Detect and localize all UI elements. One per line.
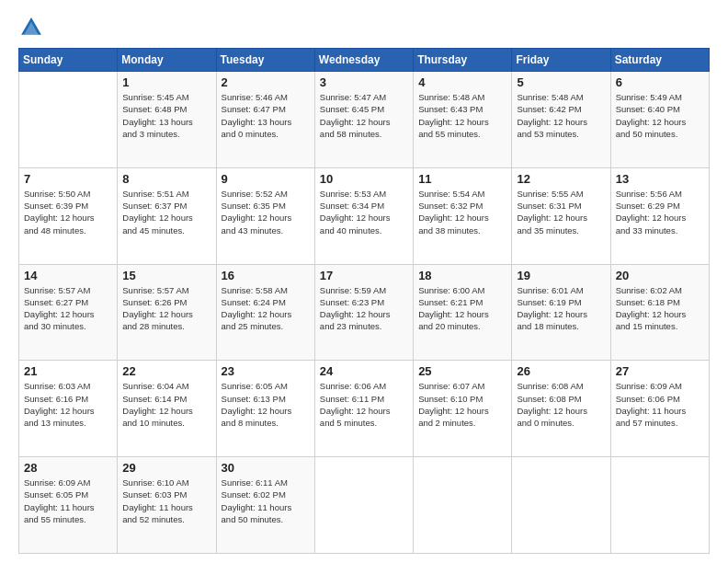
calendar-week-3: 21Sunrise: 6:03 AM Sunset: 6:16 PM Dayli… xyxy=(19,361,710,457)
day-info: Sunrise: 5:49 AM Sunset: 6:40 PM Dayligh… xyxy=(616,91,704,140)
calendar-week-4: 28Sunrise: 6:09 AM Sunset: 6:05 PM Dayli… xyxy=(19,457,710,554)
calendar-cell: 11Sunrise: 5:54 AM Sunset: 6:32 PM Dayli… xyxy=(414,167,512,264)
calendar-table: SundayMondayTuesdayWednesdayThursdayFrid… xyxy=(18,48,710,554)
day-number: 3 xyxy=(320,75,408,89)
day-info: Sunrise: 5:47 AM Sunset: 6:45 PM Dayligh… xyxy=(320,91,408,140)
day-info: Sunrise: 5:55 AM Sunset: 6:31 PM Dayligh… xyxy=(517,188,605,236)
day-info: Sunrise: 6:08 AM Sunset: 6:08 PM Dayligh… xyxy=(517,380,605,429)
calendar-cell: 21Sunrise: 6:03 AM Sunset: 6:16 PM Dayli… xyxy=(19,361,118,457)
weekday-header-tuesday: Tuesday xyxy=(216,49,314,72)
calendar-cell: 30Sunrise: 6:11 AM Sunset: 6:02 PM Dayli… xyxy=(216,457,314,554)
day-info: Sunrise: 5:56 AM Sunset: 6:29 PM Dayligh… xyxy=(616,188,704,236)
day-number: 8 xyxy=(122,172,210,186)
weekday-header-saturday: Saturday xyxy=(610,49,709,72)
day-number: 24 xyxy=(320,364,408,378)
day-info: Sunrise: 6:01 AM Sunset: 6:19 PM Dayligh… xyxy=(517,284,605,333)
calendar-cell: 19Sunrise: 6:01 AM Sunset: 6:19 PM Dayli… xyxy=(512,264,610,361)
day-info: Sunrise: 6:04 AM Sunset: 6:14 PM Dayligh… xyxy=(122,380,210,429)
calendar-cell: 2Sunrise: 5:46 AM Sunset: 6:47 PM Daylig… xyxy=(216,72,314,168)
day-info: Sunrise: 5:48 AM Sunset: 6:43 PM Dayligh… xyxy=(418,91,506,140)
calendar-cell: 12Sunrise: 5:55 AM Sunset: 6:31 PM Dayli… xyxy=(512,167,610,264)
day-number: 16 xyxy=(222,269,310,282)
weekday-header-friday: Friday xyxy=(512,49,610,72)
logo-icon xyxy=(18,15,44,40)
calendar-cell: 25Sunrise: 6:07 AM Sunset: 6:10 PM Dayli… xyxy=(414,361,512,457)
weekday-header-row: SundayMondayTuesdayWednesdayThursdayFrid… xyxy=(19,49,710,72)
day-info: Sunrise: 6:10 AM Sunset: 6:03 PM Dayligh… xyxy=(122,477,210,525)
day-info: Sunrise: 6:02 AM Sunset: 6:18 PM Dayligh… xyxy=(616,284,704,333)
weekday-header-wednesday: Wednesday xyxy=(314,49,413,72)
day-number: 2 xyxy=(222,75,310,89)
weekday-header-sunday: Sunday xyxy=(19,49,118,72)
day-number: 10 xyxy=(320,172,408,186)
calendar-week-2: 14Sunrise: 5:57 AM Sunset: 6:27 PM Dayli… xyxy=(19,264,710,361)
day-number: 18 xyxy=(418,269,506,282)
calendar-cell xyxy=(314,457,413,554)
day-info: Sunrise: 5:57 AM Sunset: 6:27 PM Dayligh… xyxy=(24,284,112,333)
day-info: Sunrise: 6:07 AM Sunset: 6:10 PM Dayligh… xyxy=(418,380,506,429)
calendar-week-0: 1Sunrise: 5:45 AM Sunset: 6:48 PM Daylig… xyxy=(19,72,710,168)
day-info: Sunrise: 5:54 AM Sunset: 6:32 PM Dayligh… xyxy=(418,188,506,236)
calendar-cell: 10Sunrise: 5:53 AM Sunset: 6:34 PM Dayli… xyxy=(314,167,413,264)
weekday-header-monday: Monday xyxy=(118,49,216,72)
day-number: 21 xyxy=(24,364,112,378)
day-number: 28 xyxy=(24,461,112,475)
day-info: Sunrise: 5:48 AM Sunset: 6:42 PM Dayligh… xyxy=(517,91,605,140)
day-number: 7 xyxy=(24,172,112,186)
logo xyxy=(18,15,48,40)
day-info: Sunrise: 6:03 AM Sunset: 6:16 PM Dayligh… xyxy=(24,380,112,429)
calendar-cell: 29Sunrise: 6:10 AM Sunset: 6:03 PM Dayli… xyxy=(118,457,216,554)
calendar-cell: 3Sunrise: 5:47 AM Sunset: 6:45 PM Daylig… xyxy=(314,72,413,168)
calendar-cell: 15Sunrise: 5:57 AM Sunset: 6:26 PM Dayli… xyxy=(118,264,216,361)
weekday-header-thursday: Thursday xyxy=(414,49,512,72)
calendar-cell: 18Sunrise: 6:00 AM Sunset: 6:21 PM Dayli… xyxy=(414,264,512,361)
day-number: 15 xyxy=(122,269,210,282)
calendar-cell: 22Sunrise: 6:04 AM Sunset: 6:14 PM Dayli… xyxy=(118,361,216,457)
day-number: 1 xyxy=(122,75,210,89)
calendar-cell: 17Sunrise: 5:59 AM Sunset: 6:23 PM Dayli… xyxy=(314,264,413,361)
calendar-cell xyxy=(19,72,118,168)
calendar-cell xyxy=(610,457,709,554)
day-info: Sunrise: 6:09 AM Sunset: 6:06 PM Dayligh… xyxy=(616,380,704,429)
day-number: 25 xyxy=(418,364,506,378)
day-number: 27 xyxy=(616,364,704,378)
calendar-cell: 7Sunrise: 5:50 AM Sunset: 6:39 PM Daylig… xyxy=(19,167,118,264)
day-info: Sunrise: 6:00 AM Sunset: 6:21 PM Dayligh… xyxy=(418,284,506,333)
calendar-cell: 24Sunrise: 6:06 AM Sunset: 6:11 PM Dayli… xyxy=(314,361,413,457)
page: SundayMondayTuesdayWednesdayThursdayFrid… xyxy=(0,0,728,563)
day-number: 13 xyxy=(616,172,704,186)
calendar-cell: 5Sunrise: 5:48 AM Sunset: 6:42 PM Daylig… xyxy=(512,72,610,168)
day-info: Sunrise: 6:06 AM Sunset: 6:11 PM Dayligh… xyxy=(320,380,408,429)
day-number: 14 xyxy=(24,269,112,282)
day-info: Sunrise: 6:05 AM Sunset: 6:13 PM Dayligh… xyxy=(222,380,310,429)
calendar-cell: 6Sunrise: 5:49 AM Sunset: 6:40 PM Daylig… xyxy=(610,72,709,168)
day-info: Sunrise: 5:50 AM Sunset: 6:39 PM Dayligh… xyxy=(24,188,112,236)
calendar-cell: 23Sunrise: 6:05 AM Sunset: 6:13 PM Dayli… xyxy=(216,361,314,457)
day-number: 11 xyxy=(418,172,506,186)
day-number: 30 xyxy=(222,461,310,475)
day-info: Sunrise: 5:58 AM Sunset: 6:24 PM Dayligh… xyxy=(222,284,310,333)
day-number: 20 xyxy=(616,269,704,282)
calendar-cell: 9Sunrise: 5:52 AM Sunset: 6:35 PM Daylig… xyxy=(216,167,314,264)
calendar-week-1: 7Sunrise: 5:50 AM Sunset: 6:39 PM Daylig… xyxy=(19,167,710,264)
day-info: Sunrise: 6:09 AM Sunset: 6:05 PM Dayligh… xyxy=(24,477,112,525)
calendar-cell: 14Sunrise: 5:57 AM Sunset: 6:27 PM Dayli… xyxy=(19,264,118,361)
day-info: Sunrise: 5:57 AM Sunset: 6:26 PM Dayligh… xyxy=(122,284,210,333)
day-number: 23 xyxy=(222,364,310,378)
calendar-cell: 8Sunrise: 5:51 AM Sunset: 6:37 PM Daylig… xyxy=(118,167,216,264)
day-number: 19 xyxy=(517,269,605,282)
day-info: Sunrise: 6:11 AM Sunset: 6:02 PM Dayligh… xyxy=(222,477,310,525)
day-info: Sunrise: 5:59 AM Sunset: 6:23 PM Dayligh… xyxy=(320,284,408,333)
calendar-cell: 28Sunrise: 6:09 AM Sunset: 6:05 PM Dayli… xyxy=(19,457,118,554)
calendar-cell xyxy=(414,457,512,554)
day-number: 29 xyxy=(122,461,210,475)
calendar-cell: 13Sunrise: 5:56 AM Sunset: 6:29 PM Dayli… xyxy=(610,167,709,264)
calendar-cell: 16Sunrise: 5:58 AM Sunset: 6:24 PM Dayli… xyxy=(216,264,314,361)
calendar-cell xyxy=(512,457,610,554)
day-number: 4 xyxy=(418,75,506,89)
calendar-cell: 4Sunrise: 5:48 AM Sunset: 6:43 PM Daylig… xyxy=(414,72,512,168)
calendar-cell: 26Sunrise: 6:08 AM Sunset: 6:08 PM Dayli… xyxy=(512,361,610,457)
day-number: 17 xyxy=(320,269,408,282)
day-info: Sunrise: 5:45 AM Sunset: 6:48 PM Dayligh… xyxy=(122,91,210,140)
day-number: 5 xyxy=(517,75,605,89)
